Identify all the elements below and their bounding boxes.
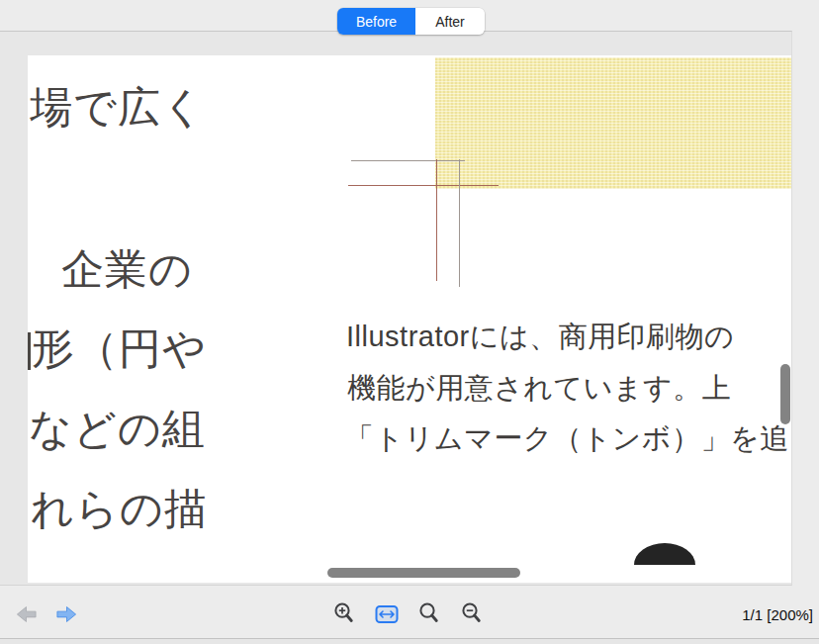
document-text-line: 企業の <box>61 248 193 291</box>
forward-arrow-icon <box>55 604 78 624</box>
document-text-line: 場で広く <box>30 86 206 129</box>
document-paragraph-line: Illustratorには、商用印刷物の <box>346 322 734 353</box>
zoom-out-button[interactable] <box>461 601 482 625</box>
trim-mark-horizontal-line <box>351 160 465 161</box>
zoom-out-magnifier-icon <box>461 601 482 625</box>
trim-mark-horizontal-line <box>348 185 499 186</box>
clipped-glyph-stroke <box>28 332 31 370</box>
yellow-highlight-region <box>435 57 792 189</box>
zoom-in-button[interactable] <box>333 601 354 625</box>
magnifier-icon <box>418 601 439 625</box>
back-arrow-button[interactable] <box>15 604 38 624</box>
before-tab[interactable]: Before <box>337 8 415 35</box>
bottom-toolbar: 1/1 [200%] <box>0 586 819 638</box>
circle-graphic-partial <box>634 543 695 565</box>
forward-arrow-button[interactable] <box>55 604 78 624</box>
trim-mark-vertical-line <box>459 159 460 287</box>
document-text-line: 形（円や <box>32 327 207 370</box>
before-after-toggle: Before After <box>337 8 485 35</box>
document-text-line: れらの描 <box>31 488 208 530</box>
document-text-line: などの組 <box>29 408 206 450</box>
vertical-scrollbar-thumb[interactable] <box>780 364 790 424</box>
page-zoom-indicator: 1/1 [200%] <box>742 606 813 623</box>
document-paragraph-line: 機能が用意されています。上 <box>347 373 731 405</box>
preview-viewport[interactable]: 場で広く 企業の 形（円や などの組 れらの描 Illustratorには、商用… <box>0 31 792 586</box>
after-tab[interactable]: After <box>415 8 485 35</box>
document-page: 場で広く 企業の 形（円や などの組 れらの描 Illustratorには、商用… <box>28 55 792 583</box>
trim-mark-vertical-line <box>436 159 437 281</box>
app-window: Before After 場で広く 企業の 形（円や などの組 れらの描 Ill… <box>0 0 819 644</box>
back-arrow-icon <box>15 604 38 624</box>
window-bottom-edge <box>0 638 819 644</box>
fit-to-window-icon <box>375 604 399 624</box>
zoom-in-magnifier-icon <box>333 601 354 625</box>
fit-to-window-button[interactable] <box>375 604 399 624</box>
document-paragraph-line: 「トリムマーク（トンボ）」を追 <box>345 423 789 455</box>
horizontal-scrollbar-thumb[interactable] <box>327 568 520 578</box>
zoom-selection-button[interactable] <box>418 601 439 625</box>
